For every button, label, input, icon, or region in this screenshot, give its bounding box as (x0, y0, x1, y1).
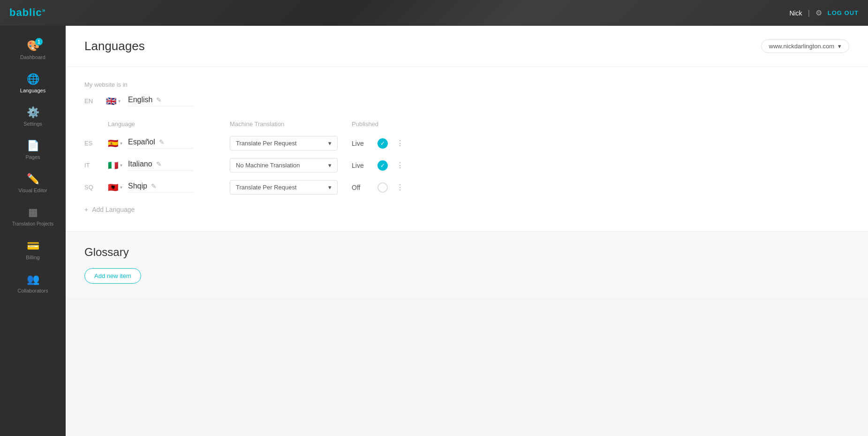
source-language-label: My website is in (84, 81, 849, 88)
sidebar: 🎨 1 Dashboard 🌐 Languages ⚙️ Settings 📄 … (0, 26, 66, 436)
language-row-es: ES 🇪🇸 ▾ Español ✎ Translate Per Request … (84, 136, 849, 150)
sidebar-item-settings[interactable]: ⚙️ Settings (0, 102, 66, 131)
published-status-es: Live (352, 140, 373, 147)
col-header-actions (445, 120, 464, 128)
more-options-es[interactable]: ⋮ (396, 139, 404, 148)
sidebar-item-visual-editor[interactable]: ✏️ Visual Editor (0, 168, 66, 198)
mt-cell-sq: Translate Per Request ▾ (230, 180, 352, 195)
sidebar-item-dashboard[interactable]: 🎨 1 Dashboard (0, 35, 66, 65)
flag-chevron-sq: ▾ (120, 185, 122, 190)
lang-code-it: IT (84, 162, 98, 169)
published-status-it: Live (352, 162, 373, 169)
status-toggle-es[interactable]: ✓ (377, 138, 388, 149)
source-lang-name-container: English ✎ (128, 96, 194, 106)
source-language-row: EN 🇬🇧 ▾ English ✎ (84, 96, 849, 106)
mt-chevron-it: ▾ (328, 162, 332, 169)
table-header: Language Machine Translation Published (84, 120, 849, 131)
language-row-it: IT 🇮🇹 ▾ Italiano ✎ No Machine Translatio… (84, 158, 849, 173)
status-toggle-sq[interactable] (377, 182, 388, 193)
add-glossary-item-button[interactable]: Add new item (84, 268, 141, 284)
flag-select-it[interactable]: 🇮🇹 ▾ (108, 160, 122, 171)
mt-select-sq[interactable]: Translate Per Request ▾ (230, 180, 338, 195)
settings-gear-icon: ⚙️ (27, 106, 39, 119)
collaborators-icon: 👥 (27, 273, 39, 286)
source-flag-icon: 🇬🇧 (106, 96, 116, 106)
source-flag-chevron: ▾ (118, 98, 121, 104)
mt-cell-es: Translate Per Request ▾ (230, 136, 352, 150)
lang-name-container-it: Italiano ✎ (128, 160, 194, 171)
navbar-username: Nick (789, 9, 802, 17)
chevron-down-icon: ▾ (838, 43, 841, 50)
pages-icon: 📄 (27, 140, 39, 152)
published-cell-it: Live ✓ ⋮ (352, 160, 445, 171)
mt-chevron-es: ▾ (328, 140, 332, 147)
published-status-sq: Off (352, 184, 373, 191)
source-flag-select[interactable]: 🇬🇧 ▾ (106, 96, 121, 106)
published-cell-sq: Off ⋮ (352, 182, 445, 193)
sidebar-label-visual-editor: Visual Editor (18, 188, 47, 193)
col-header-language: Language (108, 120, 230, 128)
flag-sq: 🇦🇱 (108, 182, 118, 193)
add-language-button[interactable]: + Add Language (84, 202, 849, 217)
lang-code-sq: SQ (84, 184, 98, 191)
lang-name-cell-es: 🇪🇸 ▾ Español ✎ (108, 138, 230, 149)
logout-button[interactable]: LOG OUT (828, 9, 859, 16)
sidebar-label-settings: Settings (23, 121, 42, 127)
glossary-section: Glossary Add new item (66, 231, 868, 298)
add-language-label: Add Language (92, 206, 135, 213)
billing-icon: 💳 (27, 240, 39, 252)
site-selector-dropdown[interactable]: www.nickdarlington.com ▾ (761, 39, 849, 53)
mt-value-es: Translate Per Request (236, 140, 297, 147)
glossary-title: Glossary (84, 246, 849, 259)
layout: 🎨 1 Dashboard 🌐 Languages ⚙️ Settings 📄 … (0, 26, 868, 436)
visual-editor-icon: ✏️ (27, 173, 39, 185)
sidebar-item-collaborators[interactable]: 👥 Collaborators (0, 269, 66, 298)
settings-icon[interactable]: ⚙ (815, 8, 822, 17)
mt-select-it[interactable]: No Machine Translation ▾ (230, 158, 338, 173)
sidebar-label-pages: Pages (25, 154, 40, 160)
sidebar-item-pages[interactable]: 📄 Pages (0, 135, 66, 165)
lang-name-cell-sq: 🇦🇱 ▾ Shqip ✎ (108, 182, 230, 193)
lang-name-container-es: Español ✎ (128, 138, 194, 149)
edit-icon-it[interactable]: ✎ (156, 160, 162, 168)
sidebar-label-billing: Billing (26, 255, 39, 260)
lang-name-it: Italiano (128, 160, 152, 168)
sidebar-item-billing[interactable]: 💳 Billing (0, 235, 66, 265)
lang-name-cell-it: 🇮🇹 ▾ Italiano ✎ (108, 160, 230, 171)
source-language-section: My website is in EN 🇬🇧 ▾ English ✎ (84, 81, 849, 106)
sidebar-label-languages: Languages (20, 88, 45, 93)
mt-cell-it: No Machine Translation ▾ (230, 158, 352, 173)
more-options-it[interactable]: ⋮ (396, 161, 404, 170)
sidebar-label-dashboard: Dashboard (20, 54, 45, 60)
edit-icon-sq[interactable]: ✎ (151, 182, 157, 190)
add-language-icon: + (84, 206, 88, 213)
mt-value-it: No Machine Translation (236, 162, 300, 169)
flag-it: 🇮🇹 (108, 160, 118, 171)
more-options-sq[interactable]: ⋮ (396, 183, 404, 192)
lang-name-es: Español (128, 138, 155, 146)
page-title: Languages (84, 39, 145, 53)
mt-chevron-sq: ▾ (328, 184, 332, 191)
content-area: My website is in EN 🇬🇧 ▾ English ✎ Lang (66, 67, 868, 231)
logo: bablic» (9, 7, 46, 19)
flag-select-es[interactable]: 🇪🇸 ▾ (108, 138, 122, 149)
dashboard-badge: 1 (35, 38, 43, 45)
lang-code-es: ES (84, 140, 98, 147)
col-header-published: Published (352, 120, 445, 128)
published-cell-es: Live ✓ ⋮ (352, 138, 445, 149)
col-header-machine-translation: Machine Translation (230, 120, 352, 128)
sidebar-item-translation-projects[interactable]: ▦ Translation Projects (0, 202, 66, 232)
sidebar-item-languages[interactable]: 🌐 Languages (0, 68, 66, 98)
flag-es: 🇪🇸 (108, 138, 118, 149)
edit-icon-es[interactable]: ✎ (159, 138, 165, 146)
flag-select-sq[interactable]: 🇦🇱 ▾ (108, 182, 122, 193)
status-toggle-it[interactable]: ✓ (377, 160, 388, 171)
languages-icon: 🌐 (27, 73, 39, 85)
mt-select-es[interactable]: Translate Per Request ▾ (230, 136, 338, 150)
flag-chevron-es: ▾ (120, 141, 122, 146)
source-lang-edit-icon[interactable]: ✎ (156, 96, 162, 104)
navbar: bablic» Nick | ⚙ LOG OUT (0, 0, 868, 26)
source-lang-name: English (128, 96, 152, 104)
site-url: www.nickdarlington.com (769, 43, 834, 50)
lang-name-sq: Shqip (128, 182, 147, 190)
